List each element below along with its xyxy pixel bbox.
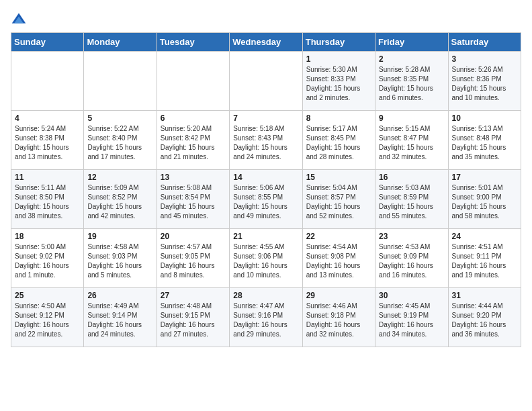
day-info: Sunrise: 5:18 AM Sunset: 8:43 PM Dayligh…	[233, 124, 298, 162]
day-number: 11	[15, 173, 80, 182]
day-number: 23	[379, 232, 444, 241]
day-info: Sunrise: 5:17 AM Sunset: 8:45 PM Dayligh…	[306, 124, 371, 162]
day-number: 15	[306, 173, 371, 182]
weekday-header-monday: Monday	[84, 33, 157, 52]
day-number: 28	[233, 291, 298, 300]
day-info: Sunrise: 5:01 AM Sunset: 9:00 PM Dayligh…	[452, 183, 517, 221]
day-number: 3	[452, 54, 517, 64]
calendar-cell: 30Sunrise: 4:45 AM Sunset: 9:19 PM Dayli…	[375, 288, 448, 347]
day-number: 4	[15, 113, 80, 123]
day-info: Sunrise: 4:46 AM Sunset: 9:18 PM Dayligh…	[306, 302, 371, 339]
week-row-2: 4Sunrise: 5:24 AM Sunset: 8:38 PM Daylig…	[11, 111, 521, 170]
calendar-cell: 13Sunrise: 5:08 AM Sunset: 8:54 PM Dayli…	[157, 170, 229, 229]
day-info: Sunrise: 5:03 AM Sunset: 8:59 PM Dayligh…	[379, 183, 444, 221]
calendar-table: SundayMondayTuesdayWednesdayThursdayFrid…	[11, 32, 521, 347]
day-number: 29	[306, 291, 371, 300]
day-info: Sunrise: 4:54 AM Sunset: 9:08 PM Dayligh…	[306, 242, 371, 280]
calendar-cell: 6Sunrise: 5:20 AM Sunset: 8:42 PM Daylig…	[157, 111, 229, 170]
calendar-cell: 9Sunrise: 5:15 AM Sunset: 8:47 PM Daylig…	[375, 111, 448, 170]
day-number: 16	[379, 173, 444, 182]
day-number: 24	[452, 232, 517, 241]
day-info: Sunrise: 4:49 AM Sunset: 9:14 PM Dayligh…	[87, 302, 152, 339]
calendar-cell: 11Sunrise: 5:11 AM Sunset: 8:50 PM Dayli…	[11, 170, 84, 229]
weekday-header-thursday: Thursday	[302, 33, 375, 52]
calendar-cell: 31Sunrise: 4:44 AM Sunset: 9:20 PM Dayli…	[448, 288, 521, 347]
day-number: 7	[233, 113, 298, 123]
day-number: 26	[87, 291, 152, 300]
calendar-cell: 21Sunrise: 4:55 AM Sunset: 9:06 PM Dayli…	[230, 229, 302, 288]
day-info: Sunrise: 4:45 AM Sunset: 9:19 PM Dayligh…	[379, 302, 444, 339]
calendar-cell	[157, 52, 229, 111]
calendar-cell: 16Sunrise: 5:03 AM Sunset: 8:59 PM Dayli…	[375, 170, 448, 229]
day-number: 5	[87, 113, 152, 123]
weekday-header-tuesday: Tuesday	[157, 33, 229, 52]
day-info: Sunrise: 4:53 AM Sunset: 9:09 PM Dayligh…	[379, 242, 444, 280]
calendar-cell: 26Sunrise: 4:49 AM Sunset: 9:14 PM Dayli…	[84, 288, 157, 347]
day-number: 9	[379, 113, 444, 123]
day-info: Sunrise: 4:51 AM Sunset: 9:11 PM Dayligh…	[452, 242, 517, 280]
calendar-cell	[230, 52, 302, 111]
day-info: Sunrise: 5:15 AM Sunset: 8:47 PM Dayligh…	[379, 124, 444, 162]
week-row-1: 1Sunrise: 5:30 AM Sunset: 8:33 PM Daylig…	[11, 52, 521, 111]
day-info: Sunrise: 5:24 AM Sunset: 8:38 PM Dayligh…	[15, 124, 80, 162]
day-info: Sunrise: 4:47 AM Sunset: 9:16 PM Dayligh…	[233, 302, 298, 339]
day-info: Sunrise: 4:57 AM Sunset: 9:05 PM Dayligh…	[161, 242, 226, 280]
day-number: 13	[161, 173, 226, 182]
weekday-header-wednesday: Wednesday	[230, 33, 302, 52]
day-number: 21	[233, 232, 298, 241]
calendar-cell: 17Sunrise: 5:01 AM Sunset: 9:00 PM Dayli…	[448, 170, 521, 229]
calendar-cell: 7Sunrise: 5:18 AM Sunset: 8:43 PM Daylig…	[230, 111, 302, 170]
weekday-header-saturday: Saturday	[448, 33, 521, 52]
page-header	[11, 11, 521, 27]
day-info: Sunrise: 5:13 AM Sunset: 8:48 PM Dayligh…	[452, 124, 517, 162]
day-number: 30	[379, 291, 444, 300]
day-info: Sunrise: 4:48 AM Sunset: 9:15 PM Dayligh…	[161, 302, 226, 339]
day-info: Sunrise: 4:55 AM Sunset: 9:06 PM Dayligh…	[233, 242, 298, 280]
day-number: 10	[452, 113, 517, 123]
calendar-cell: 4Sunrise: 5:24 AM Sunset: 8:38 PM Daylig…	[11, 111, 84, 170]
weekday-header-row: SundayMondayTuesdayWednesdayThursdayFrid…	[11, 33, 521, 52]
day-number: 27	[161, 291, 226, 300]
weekday-header-sunday: Sunday	[11, 33, 84, 52]
calendar-cell	[11, 52, 84, 111]
calendar-cell: 5Sunrise: 5:22 AM Sunset: 8:40 PM Daylig…	[84, 111, 157, 170]
calendar-cell: 19Sunrise: 4:58 AM Sunset: 9:03 PM Dayli…	[84, 229, 157, 288]
calendar-cell: 27Sunrise: 4:48 AM Sunset: 9:15 PM Dayli…	[157, 288, 229, 347]
day-number: 25	[15, 291, 80, 300]
day-number: 8	[306, 113, 371, 123]
day-number: 19	[87, 232, 152, 241]
week-row-4: 18Sunrise: 5:00 AM Sunset: 9:02 PM Dayli…	[11, 229, 521, 288]
day-info: Sunrise: 5:04 AM Sunset: 8:57 PM Dayligh…	[306, 183, 371, 221]
day-number: 6	[161, 113, 226, 123]
day-info: Sunrise: 5:20 AM Sunset: 8:42 PM Dayligh…	[161, 124, 226, 162]
day-number: 12	[87, 173, 152, 182]
day-number: 22	[306, 232, 371, 241]
weekday-header-friday: Friday	[375, 33, 448, 52]
day-info: Sunrise: 5:26 AM Sunset: 8:36 PM Dayligh…	[452, 65, 517, 103]
calendar-cell: 28Sunrise: 4:47 AM Sunset: 9:16 PM Dayli…	[230, 288, 302, 347]
calendar-cell: 1Sunrise: 5:30 AM Sunset: 8:33 PM Daylig…	[302, 52, 375, 111]
day-info: Sunrise: 5:08 AM Sunset: 8:54 PM Dayligh…	[161, 183, 226, 221]
day-info: Sunrise: 5:28 AM Sunset: 8:35 PM Dayligh…	[379, 65, 444, 103]
day-number: 14	[233, 173, 298, 182]
calendar-cell: 15Sunrise: 5:04 AM Sunset: 8:57 PM Dayli…	[302, 170, 375, 229]
day-info: Sunrise: 4:50 AM Sunset: 9:12 PM Dayligh…	[15, 302, 80, 339]
week-row-3: 11Sunrise: 5:11 AM Sunset: 8:50 PM Dayli…	[11, 170, 521, 229]
calendar-cell: 8Sunrise: 5:17 AM Sunset: 8:45 PM Daylig…	[302, 111, 375, 170]
day-number: 1	[306, 54, 371, 64]
day-number: 31	[452, 291, 517, 300]
day-info: Sunrise: 5:06 AM Sunset: 8:55 PM Dayligh…	[233, 183, 298, 221]
calendar-cell: 22Sunrise: 4:54 AM Sunset: 9:08 PM Dayli…	[302, 229, 375, 288]
day-number: 20	[161, 232, 226, 241]
calendar-cell: 14Sunrise: 5:06 AM Sunset: 8:55 PM Dayli…	[230, 170, 302, 229]
calendar-cell: 24Sunrise: 4:51 AM Sunset: 9:11 PM Dayli…	[448, 229, 521, 288]
calendar-cell: 3Sunrise: 5:26 AM Sunset: 8:36 PM Daylig…	[448, 52, 521, 111]
day-info: Sunrise: 5:09 AM Sunset: 8:52 PM Dayligh…	[87, 183, 152, 221]
day-info: Sunrise: 5:30 AM Sunset: 8:33 PM Dayligh…	[306, 65, 371, 103]
day-number: 18	[15, 232, 80, 241]
day-info: Sunrise: 4:58 AM Sunset: 9:03 PM Dayligh…	[87, 242, 152, 280]
calendar-cell	[84, 52, 157, 111]
calendar-cell: 12Sunrise: 5:09 AM Sunset: 8:52 PM Dayli…	[84, 170, 157, 229]
calendar-cell: 20Sunrise: 4:57 AM Sunset: 9:05 PM Dayli…	[157, 229, 229, 288]
day-number: 17	[452, 173, 517, 182]
